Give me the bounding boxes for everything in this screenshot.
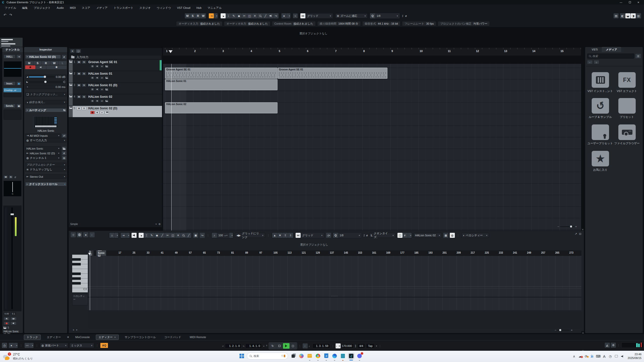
inspector-msrwl-button[interactable]: R [42, 61, 50, 65]
comp-tool-icon[interactable]: ● [281, 13, 287, 18]
track-monitor-button[interactable] [95, 99, 99, 103]
menu-item[interactable]: プロジェクト [31, 6, 54, 10]
grid-type-dropdown[interactable]: ⊞ ズームに適応▼ [335, 13, 368, 18]
track-mute-button[interactable]: M [77, 60, 81, 64]
time-signature-value[interactable]: 4/4 [357, 343, 365, 348]
track-monitor-button[interactable] [95, 76, 99, 79]
snap-on-off-icon[interactable]: ⋈ [300, 13, 305, 18]
track-instrument-button[interactable] [105, 65, 109, 68]
track-edit-button[interactable]: e [100, 88, 104, 91]
inspector-tab[interactable]: Inspector [24, 47, 67, 52]
media-tile[interactable]: FX [618, 72, 636, 88]
left-zone-toggle-icon[interactable]: ◧ [620, 13, 625, 18]
editor-quantize-icon[interactable]: Q [333, 233, 338, 238]
track-record-enable-button[interactable] [90, 65, 95, 68]
track-row[interactable]: 1 M S Groove Agent SE 01 e [69, 60, 162, 71]
position-format-icon[interactable]: ♩ [309, 344, 311, 347]
play-tool-icon[interactable] [268, 13, 273, 18]
channel-read-button[interactable]: R [4, 317, 10, 321]
part-borders-icon[interactable]: ⌂ [109, 233, 114, 238]
left-locator-icon[interactable]: ⌐ [222, 344, 224, 347]
channel-solo-button[interactable]: S [9, 175, 13, 179]
menu-item[interactable]: VST Cloud [174, 6, 193, 9]
close-button[interactable]: ✕ [637, 1, 639, 4]
midi-channel-row[interactable]: ◍チャンネル 1▼ [25, 156, 61, 160]
playhead-marker[interactable] [169, 50, 173, 53]
track-row[interactable]: 3 M S HALion Sonic 01 (D) e [69, 83, 162, 94]
zoom-out-icon[interactable]: − [557, 225, 559, 228]
discord-icon[interactable] [356, 353, 363, 359]
close-lower-zone-icon[interactable]: ✕ [67, 336, 69, 339]
transpose-down-icon[interactable]: ▼ [277, 233, 283, 238]
solo-editor-icon[interactable]: Ⓢ [77, 232, 82, 237]
right-locator-icon[interactable]: ¬ [243, 344, 244, 347]
inspector-volume-row[interactable]: ◢ 0.00 dB [25, 75, 67, 79]
midi-channel-icon[interactable]: ◍ [62, 156, 67, 160]
media-tile[interactable] [618, 124, 636, 140]
editor-zoom-out-icon[interactable]: − [555, 329, 556, 332]
channel-write-button[interactable]: W [10, 317, 17, 321]
track-edit-button[interactable]: e [100, 76, 104, 79]
channel-popout-icon[interactable]: ⇥ [16, 55, 21, 59]
track-record-enable-button[interactable] [90, 88, 95, 91]
curve-type-icon[interactable]: ↪ [200, 233, 205, 238]
menu-item[interactable]: マニュアル [205, 6, 225, 10]
track-name[interactable]: Groove Agent SE 01 [88, 60, 117, 64]
quantize-icon[interactable]: Q [370, 13, 375, 18]
volume-tray-icon[interactable] [620, 355, 625, 357]
layer-view-icon[interactable]: ≢ [403, 233, 408, 238]
cubase-taskbar-icon[interactable]: ❮ [348, 353, 354, 359]
play-button[interactable] [283, 343, 290, 349]
track-instrument-button[interactable] [105, 88, 109, 91]
edit-channel-settings-button[interactable]: e [62, 55, 67, 59]
program-selector-row[interactable]: プログラムセレクター▼ [25, 163, 67, 167]
track-name[interactable]: HALion Sonic 02 [88, 95, 112, 99]
lane-resize-handle[interactable]: ····· [331, 295, 338, 297]
file-explorer-icon[interactable] [306, 353, 313, 359]
track-preset-icon[interactable]: ❏ [75, 49, 81, 53]
lane-menu-icon[interactable]: ▼ [76, 329, 77, 331]
automation-button[interactable]: M [185, 13, 190, 18]
automation-button[interactable]: W [201, 13, 206, 18]
quick-controls-header[interactable]: ► クイックコントロール ◔ [25, 182, 67, 186]
transport-zone-toggle-icon[interactable]: ▥ [636, 13, 641, 18]
editor-ruler[interactable]: 1725334149576573818997105113121129137145… [88, 250, 581, 256]
tap-dropdown-icon[interactable]: ▼ [376, 345, 377, 347]
lower-zone-tab[interactable]: MixConsole▼ [73, 335, 92, 339]
lower-zone-toggle-icon[interactable]: ⬓ [625, 13, 630, 18]
automation-button[interactable]: S [190, 13, 195, 18]
left-zone-tab[interactable]: エディター [44, 335, 63, 340]
comp-dropdown-icon[interactable]: ▼ [287, 13, 290, 18]
track-name[interactable]: HALion Sonic 02 (D) [88, 107, 117, 110]
midi-record-mode-dropdown[interactable]: ◍ 新規パート▼ [40, 343, 68, 348]
status-chip[interactable]: 残り録音時間 1664 時間 08 分 [317, 21, 361, 26]
editor-zoom-in-icon[interactable]: + [571, 329, 572, 332]
editor-playhead-marker[interactable] [88, 253, 91, 255]
input-transformer-icon[interactable]: ⇄ [62, 133, 67, 138]
midi-input-icon[interactable]: ◍ [450, 233, 455, 238]
channel-peak-value[interactable]: 0.1 [11, 312, 16, 315]
window-layout-icon[interactable]: ▤ [614, 13, 619, 18]
record-insert-row[interactable]: ◑ 録音を挿入... ▼ [25, 100, 67, 104]
track-edit-button[interactable]: e [100, 111, 104, 114]
editor-trim-tool-icon[interactable]: ╱ [160, 233, 165, 238]
sends-slot-empty[interactable] [4, 110, 21, 120]
output-routing-row[interactable]: ⇤Stereo Out▼ [25, 174, 67, 179]
right-zone-toggle-icon[interactable]: ◨ [631, 13, 636, 18]
transpose-up-icon[interactable]: ▲ [272, 233, 277, 238]
lower-zone-tab[interactable]: MIDI Remote▼ [187, 335, 209, 339]
zoom-in-icon[interactable]: + [575, 225, 577, 228]
mix-record-mode-dropdown[interactable]: ミックス▼ [69, 343, 94, 348]
editor-canvas[interactable]: 1725334149576573818997105113121129137145… [88, 250, 581, 328]
editor-quantize-dropdown[interactable]: 1/8▼ [338, 233, 361, 238]
editor-scroll-up-icon[interactable]: ▲ [582, 332, 584, 334]
stop-button[interactable] [276, 343, 283, 349]
controller-menu-dropdown[interactable]: ◗ベロシティー▼ [461, 233, 489, 238]
record-button[interactable] [290, 343, 296, 349]
mute-tool-icon[interactable]: ✕ [252, 13, 257, 18]
edge-icon[interactable] [331, 353, 338, 359]
status-chip[interactable]: Control Room 接続されました [272, 21, 316, 26]
pin-editor-icon[interactable]: ⊹ [71, 232, 76, 237]
instrument-keys-icon[interactable] [62, 146, 67, 151]
autoscroll-icon[interactable]: ⇥ [209, 13, 214, 18]
